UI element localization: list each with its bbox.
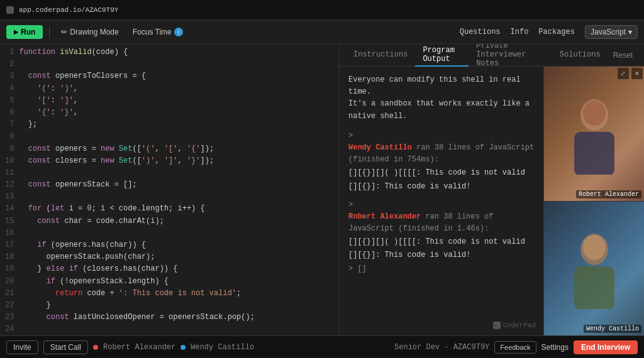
close-video-button[interactable]: ✕ [631, 68, 643, 79]
info-link[interactable]: Info [511, 28, 529, 36]
invite-button[interactable]: Invite [6, 340, 38, 354]
tab-private-notes[interactable]: Private Interviewer Notes [469, 44, 552, 67]
user1-name-label: Wendy Castillo [348, 143, 412, 152]
packages-link[interactable]: Packages [538, 28, 575, 36]
coderpad-logo-icon: ≡ [493, 322, 501, 329]
prompt-1: > [348, 130, 535, 142]
intro-line1: Everyone can modify this shell in real t… [348, 74, 535, 98]
user1-dot [93, 345, 98, 350]
bottom-right: Senior Dev - AZAC9T9Y Feedback Settings … [394, 340, 638, 354]
user2-name-label: Robert Alexander [348, 212, 421, 221]
session-status: Senior Dev - AZAC9T9Y [394, 343, 489, 352]
tab-program-output[interactable]: Program Output [415, 44, 469, 67]
feedback-button[interactable]: Feedback [494, 341, 536, 354]
pencil-icon [61, 28, 67, 36]
user2-output-line1: [][{}][]( )[[[[: This code is not valid [348, 236, 535, 248]
feedback-label: Feedback [500, 344, 530, 351]
language-label: JavaScript [591, 28, 626, 36]
video-controls: ⤢ ✕ [618, 68, 643, 79]
user1-output-line1: [][{}][]( )[[[[: This code is not valid [348, 167, 535, 179]
prompt-symbol-2: > [348, 200, 353, 209]
user2-dot [180, 345, 186, 350]
favicon-icon [6, 6, 14, 14]
output-area: Everyone can modify this shell in real t… [340, 67, 644, 335]
person-silhouette-1 [563, 93, 626, 175]
output-section-2: > Robert Alexander ran 38 lines of JavaS… [348, 199, 535, 275]
video-feed-1 [544, 67, 644, 201]
right-tabs: Instructions Program Output Private Inte… [340, 44, 644, 67]
intro-line2: It's a sandbox that works exactly like a… [348, 98, 535, 122]
user2-output-line2: [][{}]: This code is valid! [348, 249, 535, 261]
url-display: app.coderpad.io/AZAC9T9Y [19, 6, 118, 14]
right-panel: Instructions Program Output Private Inte… [340, 44, 644, 335]
video-label-1: Robert Alexander [576, 190, 641, 198]
svg-point-5 [583, 235, 606, 260]
start-call-button[interactable]: Start Call [43, 340, 88, 354]
drawing-mode-label: Drawing Mode [70, 28, 118, 36]
toolbar: Run Drawing Mode Focus Time i Questions … [0, 20, 644, 44]
main-content: 1234567891011121314151617181920212223242… [0, 44, 644, 335]
questions-link[interactable]: Questions [460, 28, 501, 36]
svg-rect-4 [574, 266, 614, 309]
svg-text:≡: ≡ [494, 323, 497, 328]
focus-time-label: Focus Time [133, 28, 172, 36]
separator [49, 26, 50, 38]
user1-run-line: Wendy Castillo ran 38 lines of JavaScrip… [348, 142, 535, 166]
code-editor: 1234567891011121314151617181920212223242… [0, 44, 340, 335]
tab-instructions[interactable]: Instructions [346, 44, 415, 67]
reset-button[interactable]: Reset [608, 48, 638, 62]
person-silhouette-2 [563, 227, 626, 309]
prompt-2: > [348, 199, 535, 211]
video-label-2: Wendy Castillo [584, 325, 641, 333]
info-badge: i [174, 28, 183, 36]
video-panel: ⤢ ✕ Robert Alexander [543, 67, 644, 335]
video-slot-1: Robert Alexander [544, 67, 644, 201]
output-text-panel: Everyone can modify this shell in real t… [340, 67, 543, 335]
svg-rect-1 [574, 132, 614, 175]
prompt-symbol-3: > [] [348, 264, 367, 273]
drawing-mode-button[interactable]: Drawing Mode [56, 25, 123, 39]
output-intro: Everyone can modify this shell in real t… [348, 74, 535, 122]
prompt-symbol-1: > [348, 131, 353, 140]
video-feed-2 [544, 202, 644, 336]
settings-button[interactable]: Settings [541, 343, 569, 352]
user2-bottom-name: Wendy Castillo [191, 343, 254, 352]
language-dropdown[interactable]: JavaScript [585, 25, 638, 39]
top-bar: app.coderpad.io/AZAC9T9Y [0, 0, 644, 20]
dropdown-arrow-icon [628, 28, 632, 36]
run-button[interactable]: Run [6, 25, 43, 39]
focus-time-button[interactable]: Focus Time i [128, 25, 188, 39]
toolbar-right: Questions Info Packages JavaScript [460, 25, 638, 39]
svg-point-2 [583, 100, 606, 126]
output-section-1: > Wendy Castillo ran 38 lines of JavaScr… [348, 130, 535, 193]
user1-output-line2: [][{}]: This code is valid! [348, 181, 535, 193]
code-content[interactable]: function isValid(code) { const openersTo… [19, 46, 339, 333]
video-slot-2: Wendy Castillo [544, 202, 644, 336]
editor-scroll-area[interactable]: 1234567891011121314151617181920212223242… [0, 44, 339, 335]
bottom-bar: Invite Start Call Robert Alexander Wendy… [0, 335, 644, 358]
expand-video-button[interactable]: ⤢ [618, 68, 629, 79]
tab-solutions[interactable]: Solutions [552, 44, 608, 67]
coderpad-brand: ≡ CoderPad [493, 322, 536, 329]
user1-bottom-name: Robert Alexander [103, 343, 175, 352]
end-interview-button[interactable]: End Interview [574, 340, 638, 354]
user2-run-line: Robert Alexander ran 38 lines of JavaScr… [348, 211, 535, 235]
prompt-3: > [] [348, 263, 535, 275]
line-numbers: 1234567891011121314151617181920212223242… [0, 46, 19, 333]
coderpad-text: CoderPad [502, 322, 536, 329]
